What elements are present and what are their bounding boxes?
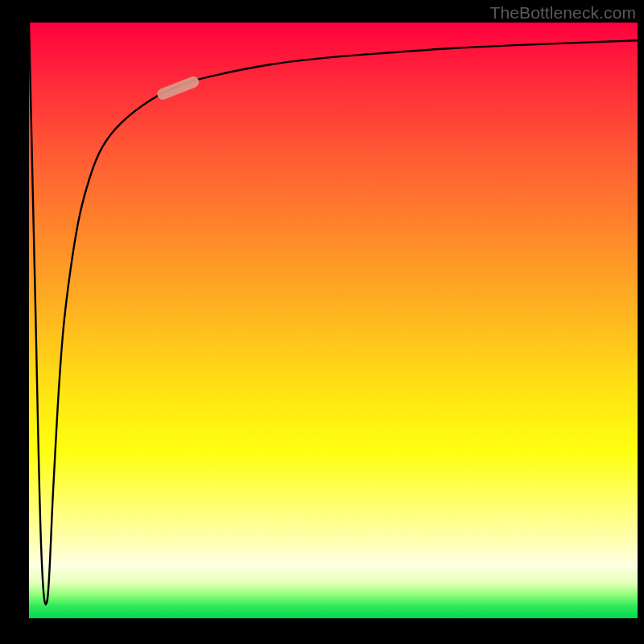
chart-stage: TheBottleneck.com — [0, 0, 644, 644]
curve-layer — [29, 23, 638, 618]
curve-marker — [163, 82, 193, 94]
bottleneck-curve — [29, 23, 638, 605]
attribution-text: TheBottleneck.com — [490, 3, 636, 23]
